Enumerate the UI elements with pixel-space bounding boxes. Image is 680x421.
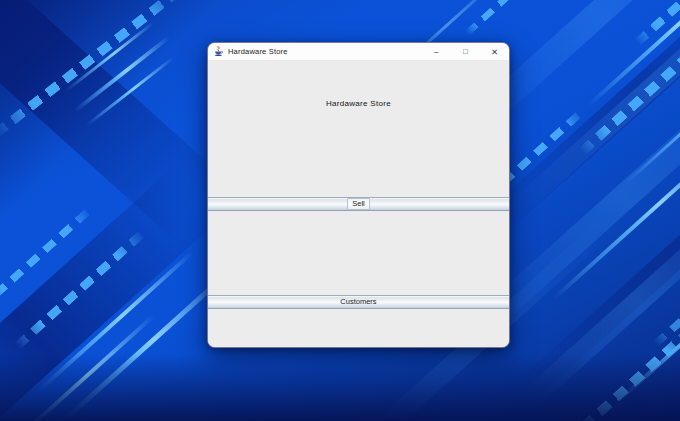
background-dashes xyxy=(634,0,680,46)
background-dashes xyxy=(484,108,586,201)
background-stripe xyxy=(372,0,508,93)
background-dashes xyxy=(578,34,680,155)
background-stripe xyxy=(619,264,680,401)
store-panel: Hardaware Store xyxy=(208,61,509,197)
background-dashes xyxy=(0,0,188,138)
background-stripe xyxy=(4,314,155,421)
sell-button[interactable]: Sell xyxy=(208,197,509,211)
background-dark-band xyxy=(510,79,680,406)
window-content: Hardaware Store Sell Customers xyxy=(208,61,509,347)
background-stripe xyxy=(587,0,680,107)
app-window: Hardaware Store − □ ✕ Hardaware Store Se… xyxy=(207,42,510,348)
desktop-background: Hardaware Store − □ ✕ Hardaware Store Se… xyxy=(0,0,680,421)
background-stripe xyxy=(625,48,680,184)
background-stripe xyxy=(66,21,155,91)
background-dashes xyxy=(464,0,536,36)
customers-button-label: Customers xyxy=(336,297,380,307)
background-stripe xyxy=(36,250,195,393)
sell-panel xyxy=(208,211,509,295)
caption-buttons: − □ ✕ xyxy=(422,43,509,60)
background-stripe xyxy=(73,35,170,112)
window-titlebar: Hardaware Store − □ ✕ xyxy=(208,43,509,61)
close-button[interactable]: ✕ xyxy=(480,43,509,60)
background-dashes xyxy=(14,229,146,349)
minimize-button[interactable]: − xyxy=(422,43,451,60)
background-dark-band xyxy=(0,165,222,421)
background-stripe xyxy=(516,169,680,413)
customers-button[interactable]: Customers xyxy=(208,295,509,309)
store-heading: Hardaware Store xyxy=(326,99,391,108)
background-stripe xyxy=(552,124,680,301)
background-stripe xyxy=(58,269,232,421)
background-stripe xyxy=(475,33,680,333)
maximize-button[interactable]: □ xyxy=(451,43,480,60)
java-cup-icon xyxy=(213,46,224,57)
background-stripe xyxy=(468,0,680,133)
background-dashes xyxy=(653,261,680,347)
window-title: Hardaware Store xyxy=(228,47,288,56)
background-dashes xyxy=(563,324,680,421)
background-dark-band xyxy=(479,0,680,240)
background-dark-band xyxy=(0,0,232,244)
background-dashes xyxy=(0,206,93,312)
sell-button-label: Sell xyxy=(347,198,370,210)
background-stripe xyxy=(340,212,621,421)
customers-panel xyxy=(208,309,509,347)
background-stripe xyxy=(512,0,680,215)
background-stripe xyxy=(86,56,175,126)
